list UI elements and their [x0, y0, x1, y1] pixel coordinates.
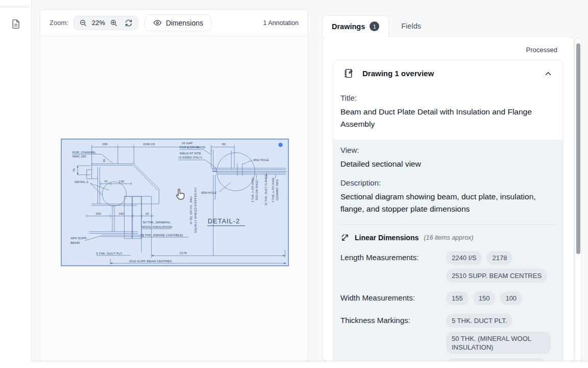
hand-cursor-icon: [174, 188, 187, 201]
dim-135: 135: [119, 179, 125, 183]
detail2-title: DETAIL-2: [208, 217, 240, 225]
drawing-overview-accordion: Drawing 1 overview Title: Beam and Duct …: [333, 60, 564, 361]
dim-50: 50: [222, 142, 226, 146]
dimensions-button-label: Dimensions: [166, 19, 203, 27]
width-chip[interactable]: 155: [446, 291, 469, 305]
title-label: Title:: [340, 94, 556, 102]
hor-channel-label-line2: ISMC 250: [72, 154, 86, 158]
zoom-out-icon[interactable]: [79, 19, 87, 27]
eye-icon: [153, 18, 162, 27]
status-badge: Processed: [333, 46, 564, 54]
insulation-hatch-light: [133, 196, 141, 239]
dim-155: 155: [102, 142, 108, 146]
title-block: Title: Beam and Duct Plate Detail with I…: [333, 86, 563, 133]
dim-40: 40: [102, 158, 106, 162]
thickness-chip[interactable]: 5 THK. DUCT PLT.: [446, 314, 512, 328]
section-divider: [340, 224, 556, 225]
duct-plate-label: 5 THK. DUCT PLT.: [96, 251, 123, 255]
panel-scrollbar-track[interactable]: [575, 38, 582, 361]
width-chip[interactable]: 100: [500, 291, 522, 305]
description-value: Sectional diagram showing beam, duct pla…: [340, 191, 556, 215]
drawing-overview-header[interactable]: Drawing 1 overview: [333, 60, 563, 86]
linear-dimensions-header: Linear Dimensions (16 items approx): [340, 233, 556, 242]
zoom-controls: 22%: [74, 16, 138, 30]
title-value: Beam and Duct Plate Detail with Insulati…: [340, 106, 556, 130]
flange-geometry: [211, 150, 287, 256]
linear-dimensions-title: Linear Dimensions: [355, 234, 419, 242]
length-chip[interactable]: 2240 I/S: [446, 251, 482, 265]
annotation-dot[interactable]: [278, 143, 282, 147]
ceramic-tape-label-line2: CERAMIC TAPE: [276, 179, 279, 200]
tab-drawings-label: Drawings: [332, 22, 365, 31]
zoom-label: Zoom:: [50, 19, 68, 27]
gap-note-line1: 10 GAP: [182, 141, 193, 145]
linear-dimensions-count: (16 items approx): [424, 234, 473, 241]
hole-18-label: Ø18 HOLE: [201, 191, 216, 194]
drawing-viewer-panel: Zoom: 22% Dimensions: [40, 9, 308, 361]
length-chip[interactable]: 2510 SUPP. BEAM CENTRES: [446, 269, 547, 283]
overview-detail-section: View: Detailed sectional view Descriptio…: [333, 140, 563, 361]
description-label: Description:: [340, 178, 556, 187]
thickness-markings-row: Thickness Markings: 5 THK. DUCT PLT. 50 …: [340, 314, 556, 361]
tab-drawings[interactable]: Drawings 1: [322, 15, 389, 37]
dense-castable-label: 75 THK. (DENSE CASTABLE): [140, 233, 183, 237]
gap-note-line2: FOR EXPANSION: [180, 145, 205, 149]
dim-2240: 2240 I/S: [143, 142, 155, 146]
dimensions-toggle-button[interactable]: Dimensions: [144, 14, 212, 31]
aph-beam-label-line2: BEAM: [70, 241, 80, 244]
annotation-count: 1 Annotation: [263, 19, 299, 27]
tab-fields[interactable]: Fields: [389, 15, 433, 37]
chevron-up-icon[interactable]: [544, 69, 553, 78]
zoom-in-icon[interactable]: [110, 19, 118, 27]
view-block: View: Detailed sectional view: [340, 146, 556, 170]
tab-fields-label: Fields: [401, 22, 421, 30]
dim-150-b: 150: [119, 212, 125, 215]
width-measurements-label: Width Measurements:: [340, 291, 446, 302]
dim-150-a: 150: [95, 212, 101, 215]
teflon-sheet-label-line1: 3 THK. x 255 WIDE: [251, 177, 254, 202]
drawing-overview-title: Drawing 1 overview: [362, 69, 535, 78]
weld-note-line1: WELD AT SITE: [180, 151, 201, 155]
width-chip[interactable]: 150: [473, 291, 496, 305]
hole-32-label: Ø32 HOLE: [253, 158, 268, 162]
panel-scrollbar-thumb[interactable]: [576, 43, 580, 254]
left-sidebar: [0, 0, 32, 361]
mineral-wool-label-line2: WOOL INSULATION): [142, 225, 172, 228]
mineral-wool-label-line1: 50 THK. (MINERAL: [143, 220, 170, 224]
thickness-markings-label: Thickness Markings:: [340, 314, 446, 325]
view-value: Detailed sectional view: [340, 158, 556, 170]
length-chip[interactable]: 2178: [486, 251, 512, 265]
length-measurements-row: Length Measurements: 2240 I/S 2178 2510 …: [340, 251, 556, 283]
notebook-pencil-icon: [344, 68, 354, 79]
detail-circle-left: [102, 182, 126, 206]
drawings-panel: Processed Drawing 1 overview Title: Beam…: [322, 36, 574, 361]
dimension-lines-top: [92, 145, 234, 168]
stopper-plate-note-line2: EQUALLY SPACED STOPPER PLT: [194, 187, 197, 233]
width-measurements-row: Width Measurements: 155 150 100: [340, 291, 556, 305]
reset-zoom-icon[interactable]: [125, 19, 133, 27]
aph-beam-label-line1: APH SUPP.: [70, 236, 87, 240]
app-window: Zoom: 22% Dimensions: [0, 0, 588, 368]
thickness-chip[interactable]: 75 THK. (DENSE CASTABLE): [446, 358, 547, 361]
view-label: View:: [340, 146, 556, 154]
tab-drawings-badge: 1: [370, 21, 379, 31]
dim-70: 70: [104, 179, 108, 183]
panel-tabs: Drawings 1 Fields: [322, 15, 433, 37]
zoom-value: 22%: [92, 19, 105, 27]
hor-channel-label-line1: HOR. CHANNEL: [72, 150, 96, 154]
description-block: Description: Sectional diagram showing b…: [340, 178, 556, 215]
drawing-canvas[interactable]: 155 2240 I/S 50 10 GAP FOR EXPANSION WEL…: [40, 36, 308, 361]
length-measurements-label: Length Measurements:: [340, 251, 446, 262]
insulation-hatch-dense: [125, 196, 132, 239]
dim-10: 10: [145, 212, 149, 215]
weld-note-line2: (3 SIDES ONLY): [179, 155, 202, 159]
stopper-plate-note-line1: 16 SQ. 100 LG., 3Nos.: [189, 195, 192, 224]
viewer-toolbar: Zoom: 22% Dimensions: [40, 10, 308, 36]
technical-drawing[interactable]: 155 2240 I/S 50 10 GAP FOR EXPANSION WEL…: [61, 139, 289, 266]
dim-2178: 2178: [180, 251, 187, 255]
teflon-sheet-label-line2: TEFLON SHEET: [255, 179, 258, 201]
sidebar-divider: [0, 7, 29, 7]
detail2-ref-label: DETAIL-2: [75, 180, 88, 183]
document-icon[interactable]: [10, 18, 21, 30]
thickness-chip[interactable]: 50 THK. (MINERAL WOOL INSULATION): [446, 332, 551, 354]
